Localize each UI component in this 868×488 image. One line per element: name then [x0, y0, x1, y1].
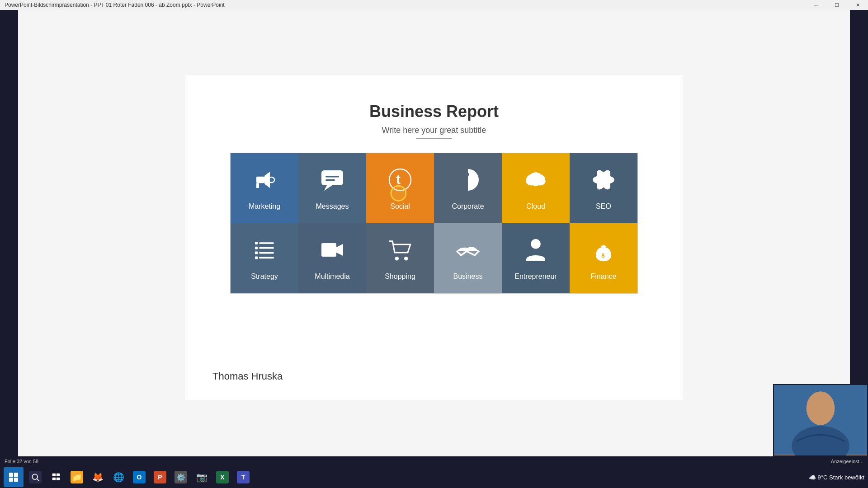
- svg-rect-43: [9, 478, 13, 482]
- tile-strategy[interactable]: Strategy: [231, 223, 298, 293]
- svg-marker-30: [336, 244, 343, 255]
- svg-rect-25: [255, 251, 258, 254]
- cloud-icon: [522, 166, 549, 197]
- tile-business[interactable]: Business: [434, 223, 502, 293]
- powerpoint-icon[interactable]: P: [150, 467, 170, 487]
- tile-finance[interactable]: $ Finance: [570, 223, 637, 293]
- twitter-icon: t: [387, 166, 414, 197]
- start-button[interactable]: [4, 467, 24, 487]
- svg-rect-47: [52, 474, 56, 476]
- slide-info: Folie 32 von 58: [5, 459, 38, 464]
- svg-rect-22: [259, 242, 274, 244]
- svg-point-31: [395, 257, 399, 260]
- teams-icon[interactable]: T: [233, 467, 253, 487]
- tile-strategy-label: Strategy: [251, 272, 278, 281]
- taskbar: 📁 🦊 🌐 O P ⚙️ 📷 X T ☁️ 9°C Stark bewölkt: [0, 466, 868, 488]
- statusbar: Folie 32 von 58 Anzeigeeinst...: [0, 456, 868, 466]
- taskbar-right: ☁️ 9°C Stark bewölkt: [809, 474, 864, 481]
- tile-shopping[interactable]: Shopping: [366, 223, 434, 293]
- tile-grid: Marketing Messages: [230, 153, 638, 294]
- svg-point-45: [32, 474, 38, 479]
- search-icon: [31, 473, 40, 482]
- left-sidebar: [0, 10, 18, 456]
- svg-point-33: [464, 247, 467, 249]
- chrome-icon[interactable]: 🌐: [108, 467, 128, 487]
- tile-social-label: Social: [390, 202, 410, 211]
- slide-container: Business Report Write here your great su…: [18, 10, 850, 465]
- svg-point-8: [471, 173, 474, 176]
- outlook-icon[interactable]: O: [129, 467, 149, 487]
- svg-rect-26: [259, 252, 274, 253]
- slide-subtitle: Write here your great subtitle: [382, 126, 486, 135]
- svg-rect-41: [9, 473, 13, 477]
- svg-rect-29: [321, 243, 336, 257]
- svg-point-32: [404, 257, 408, 260]
- tile-corporate[interactable]: Corporate: [434, 153, 502, 223]
- task-view-button[interactable]: [46, 467, 66, 487]
- tile-corporate-label: Corporate: [452, 202, 484, 211]
- svg-text:t: t: [396, 172, 401, 187]
- firefox-icon[interactable]: 🦊: [88, 467, 108, 487]
- presenter-silhouette: [774, 385, 867, 455]
- svg-rect-0: [256, 176, 264, 183]
- svg-rect-21: [255, 242, 258, 244]
- app6-icon[interactable]: ⚙️: [171, 467, 191, 487]
- presenter-name: Thomas Hruska: [212, 371, 283, 382]
- display-info: Anzeigeeinst...: [831, 459, 863, 464]
- svg-point-34: [470, 247, 472, 249]
- tile-marketing[interactable]: Marketing: [231, 153, 298, 223]
- tile-messages[interactable]: Messages: [298, 153, 366, 223]
- titlebar-title: PowerPoint-Bildschirmpräsentation - PPT …: [5, 2, 225, 8]
- svg-rect-49: [52, 478, 56, 480]
- svg-point-39: [807, 391, 835, 425]
- tile-business-label: Business: [453, 272, 483, 281]
- close-button[interactable]: ✕: [847, 0, 868, 10]
- svg-text:$: $: [601, 252, 605, 258]
- tile-entrepreneur[interactable]: Entrepreneur: [502, 223, 570, 293]
- excel-icon[interactable]: X: [212, 467, 232, 487]
- cart-icon: [387, 236, 414, 267]
- titlebar-buttons: ─ ☐ ✕: [806, 0, 868, 10]
- webcam-overlay: [773, 384, 868, 456]
- tile-cloud-label: Cloud: [526, 202, 545, 211]
- svg-rect-2: [321, 170, 343, 185]
- taskbar-icons: 📁 🦊 🌐 O P ⚙️ 📷 X T: [25, 467, 253, 487]
- slide: Business Report Write here your great su…: [185, 75, 683, 400]
- svg-line-46: [37, 479, 39, 481]
- atom-icon: [590, 166, 617, 197]
- svg-rect-42: [14, 473, 18, 477]
- minimize-button[interactable]: ─: [806, 0, 826, 10]
- weather-text: 9°C Stark bewölkt: [818, 474, 864, 481]
- pacman-icon: [454, 166, 481, 197]
- tile-messages-label: Messages: [316, 202, 349, 211]
- svg-rect-5: [326, 179, 335, 181]
- person-icon: [522, 236, 549, 267]
- tile-multimedia-label: Multimedia: [315, 272, 349, 281]
- svg-rect-23: [255, 246, 258, 249]
- explorer-icon[interactable]: 📁: [67, 467, 87, 487]
- maximize-button[interactable]: ☐: [826, 0, 847, 10]
- megaphone-icon: [251, 166, 278, 197]
- svg-rect-24: [259, 247, 274, 249]
- svg-marker-3: [324, 185, 332, 191]
- tile-social[interactable]: t Social: [366, 153, 434, 223]
- app7-icon[interactable]: 📷: [192, 467, 212, 487]
- handshake-icon: [454, 236, 481, 267]
- search-taskbar[interactable]: [25, 467, 45, 487]
- weather-display: ☁️ 9°C Stark bewölkt: [809, 474, 864, 481]
- svg-rect-50: [57, 478, 60, 480]
- svg-rect-28: [259, 257, 274, 258]
- windows-icon: [8, 472, 19, 483]
- tile-shopping-label: Shopping: [385, 272, 415, 281]
- tile-seo[interactable]: SEO: [570, 153, 637, 223]
- tile-seo-label: SEO: [596, 202, 611, 211]
- taskview-icon: [52, 473, 61, 482]
- svg-rect-44: [14, 478, 18, 482]
- svg-point-13: [530, 172, 542, 182]
- svg-point-9: [467, 173, 469, 176]
- tile-cloud[interactable]: Cloud: [502, 153, 570, 223]
- tile-multimedia[interactable]: Multimedia: [298, 223, 366, 293]
- slide-title: Business Report: [369, 102, 499, 121]
- tile-entrepreneur-label: Entrepreneur: [514, 272, 557, 281]
- svg-point-20: [602, 178, 605, 181]
